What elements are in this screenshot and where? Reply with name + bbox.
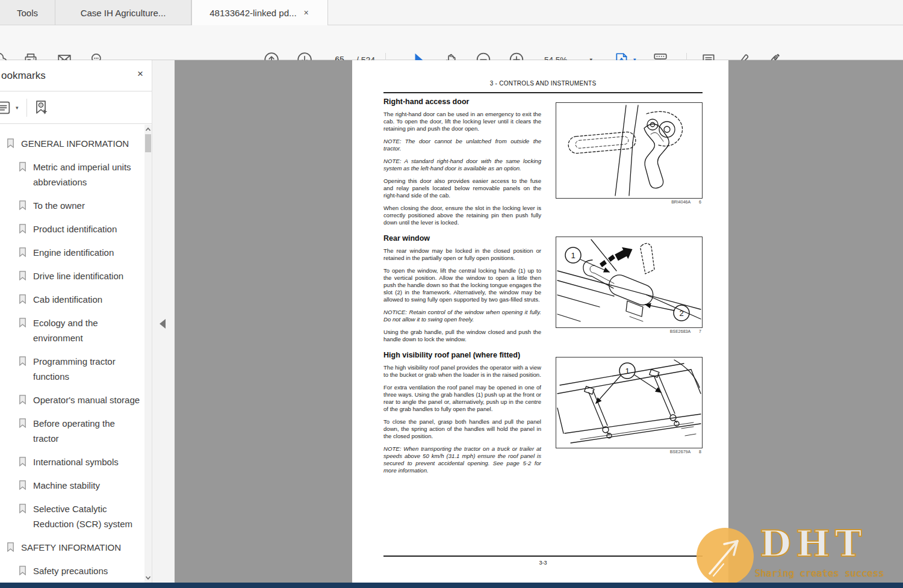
bookmark-item-drive-line-identification[interactable]: Drive line identification xyxy=(0,264,144,288)
bookmark-item-programming-tractor-functions[interactable]: Programming tractor functions xyxy=(0,350,144,388)
section-rear-window: Rear window The rear window may be locke… xyxy=(383,234,541,343)
paragraph: Using the grab handle, pull the window c… xyxy=(383,329,541,343)
bookmark-item-international-symbols[interactable]: International symbols xyxy=(0,450,144,474)
bookmark-icon xyxy=(18,503,27,516)
section-title: High visibility roof panel (where fitted… xyxy=(383,351,541,359)
chevron-down-icon[interactable]: ▾ xyxy=(16,105,19,111)
section-title: Rear window xyxy=(383,234,541,243)
bookmark-icon xyxy=(18,317,27,330)
scrollbar-thumb[interactable] xyxy=(145,134,151,152)
tab-document-active[interactable]: 48133642-linked pd... × xyxy=(191,0,328,25)
bookmark-label: GENERAL INFORMATION xyxy=(21,136,129,151)
bookmark-icon xyxy=(18,294,27,307)
bookmark-icon xyxy=(18,223,27,237)
scroll-up-icon xyxy=(144,126,152,133)
bookmark-icon xyxy=(18,161,27,175)
paragraph: To open the window, lift the central loc… xyxy=(383,267,541,303)
bookmark-item-machine-stability[interactable]: Machine stability xyxy=(0,474,144,497)
bookmark-item-before-operating[interactable]: Before operating the tractor xyxy=(0,412,144,450)
bookmark-label: Cab identification xyxy=(33,292,102,307)
tab-bar: Tools Case IH Agriculture... 48133642-li… xyxy=(0,0,903,25)
figure-caption: BSE2679A 8 xyxy=(556,450,703,454)
bookmark-icon xyxy=(18,356,27,369)
page-text-column: Right-hand access door The right-hand do… xyxy=(383,97,541,480)
figure-number: 6 xyxy=(699,200,701,204)
bookmark-label: Programming tractor functions xyxy=(33,354,142,384)
bookmarks-panel: ookmarks × ▾ GENERAL INFORMATION xyxy=(0,60,152,583)
bookmark-label: Metric and imperial units abbreviations xyxy=(33,159,142,190)
figure-code: BSE2679A xyxy=(670,450,690,454)
paragraph: To close the panel, grasp both handles a… xyxy=(383,418,541,440)
tab-document-caseih[interactable]: Case IH Agriculture... xyxy=(55,0,191,25)
bookmark-label: Before operating the tractor xyxy=(33,416,142,446)
bookmark-icon xyxy=(18,565,27,578)
bookmark-item-scr-system[interactable]: Selective Catalytic Reduction (SCR) syst… xyxy=(0,497,144,536)
bookmark-item-safety-precautions[interactable]: Safety precautions xyxy=(0,559,144,583)
section-title: Right-hand access door xyxy=(383,97,541,106)
bookmarks-title: ookmarks xyxy=(1,70,46,82)
header-rule xyxy=(383,92,703,93)
bookmark-item-engine-identification[interactable]: Engine identification xyxy=(0,241,144,264)
bookmark-item-general-information[interactable]: GENERAL INFORMATION xyxy=(0,132,144,155)
bookmark-item-ecology-environment[interactable]: Ecology and the environment xyxy=(0,311,144,350)
bookmark-item-operators-manual-storage[interactable]: Operator's manual storage xyxy=(0,388,144,412)
callout-1: 1 xyxy=(571,251,575,260)
bookmark-label: Ecology and the environment xyxy=(33,315,142,345)
bookmark-options-icon[interactable] xyxy=(0,99,12,116)
bookmark-icon xyxy=(18,247,27,260)
roof-panel-illustration: 1 xyxy=(556,357,703,448)
bookmark-item-cab-identification[interactable]: Cab identification xyxy=(0,288,144,311)
figure-number: 7 xyxy=(699,329,701,333)
paragraph: When closing the door, ensure the slot i… xyxy=(383,205,541,226)
bookmark-label: SAFETY INFORMATION xyxy=(21,540,121,555)
paragraph: The rear window may be locked in the clo… xyxy=(383,247,541,262)
section-high-visibility-roof-panel: High visibility roof panel (where fitted… xyxy=(383,351,541,474)
bookmark-label: Drive line identification xyxy=(33,268,123,283)
tab-doc1-label: Case IH Agriculture... xyxy=(81,8,166,18)
callout-1: 1 xyxy=(625,367,629,376)
pdf-page: 3 - CONTROLS AND INSTRUMENTS Right-hand … xyxy=(352,60,728,583)
section-right-hand-access-door: Right-hand access door The right-hand do… xyxy=(383,97,541,226)
page-number-label: 3-3 xyxy=(383,560,703,566)
bookmark-icon xyxy=(6,542,15,555)
figure-caption: BSE2683A 7 xyxy=(556,329,703,333)
bookmark-item-safety-information[interactable]: SAFETY INFORMATION xyxy=(0,536,144,559)
figure-code: BSE2683A xyxy=(670,329,690,333)
figure-rear-window-handle: 1 2 BSE2683A 7 xyxy=(556,237,703,333)
scroll-down-icon xyxy=(144,574,152,581)
paragraph: The high visibility roof panel provides … xyxy=(383,364,541,379)
bookmark-item-product-identification[interactable]: Product identification xyxy=(0,217,144,241)
dht-slogan: Sharing creates success xyxy=(752,568,886,579)
acrobat-window: Tools Case IH Agriculture... 48133642-li… xyxy=(0,0,903,588)
bookmark-icon xyxy=(18,418,27,431)
paragraph: For extra ventilation the roof panel may… xyxy=(383,384,541,413)
bookmark-label: Operator's manual storage xyxy=(33,392,140,407)
close-tab-icon[interactable]: × xyxy=(303,8,310,17)
tab-tools[interactable]: Tools xyxy=(0,0,55,25)
paragraph: The right-hand door can be used in an em… xyxy=(383,111,541,132)
bookmarks-scrollbar[interactable] xyxy=(144,125,152,583)
toolbar: / 524 54.5% ▾ ▾ xyxy=(0,25,903,60)
bookmark-item-metric-imperial[interactable]: Metric and imperial units abbreviations xyxy=(0,155,144,194)
note-paragraph: NOTE: A standard right-hand door with th… xyxy=(383,158,541,172)
close-panel-icon[interactable]: × xyxy=(137,69,143,79)
notice-paragraph: NOTICE: Retain control of the window whe… xyxy=(383,309,541,323)
document-viewport[interactable]: 3 - CONTROLS AND INSTRUMENTS Right-hand … xyxy=(175,60,903,583)
figure-number: 8 xyxy=(699,450,701,454)
paragraph: Opening this door also provides easier a… xyxy=(383,178,541,199)
go-to-bookmark-icon[interactable] xyxy=(33,99,49,116)
bottom-window-edge xyxy=(0,583,903,588)
rear-window-illustration: 1 2 xyxy=(556,237,703,328)
bookmark-icon xyxy=(6,138,15,151)
footer-rule xyxy=(383,556,703,557)
bookmark-label: International symbols xyxy=(33,454,119,469)
divider xyxy=(26,99,27,117)
collapse-sidebar-icon[interactable] xyxy=(160,319,166,329)
tab-doc2-label: 48133642-linked pd... xyxy=(209,8,296,18)
bookmark-item-to-the-owner[interactable]: To the owner xyxy=(0,194,144,217)
figure-door-lock: BRI4046A 6 xyxy=(556,102,703,204)
bookmark-icon xyxy=(18,394,27,407)
bookmark-label: Engine identification xyxy=(33,245,114,260)
tab-bar-empty-space xyxy=(328,0,903,25)
bookmark-label: To the owner xyxy=(33,198,85,213)
